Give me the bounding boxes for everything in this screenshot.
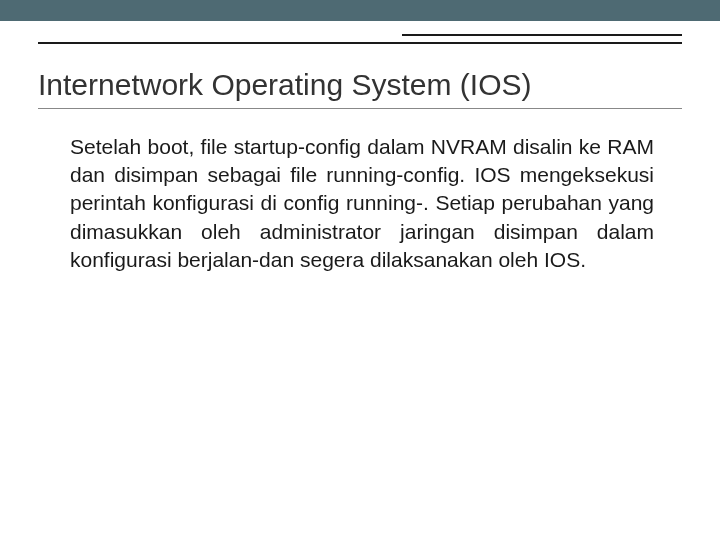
header-rules <box>0 28 720 58</box>
rule-long <box>38 42 682 44</box>
page-title: Internetwork Operating System (IOS) <box>38 66 682 104</box>
title-underline <box>38 108 682 109</box>
body-text: Setelah boot, file startup-config dalam … <box>38 133 682 275</box>
content-area: Internetwork Operating System (IOS) Sete… <box>0 58 720 274</box>
rule-short <box>402 34 682 36</box>
top-accent-bar <box>0 0 720 22</box>
